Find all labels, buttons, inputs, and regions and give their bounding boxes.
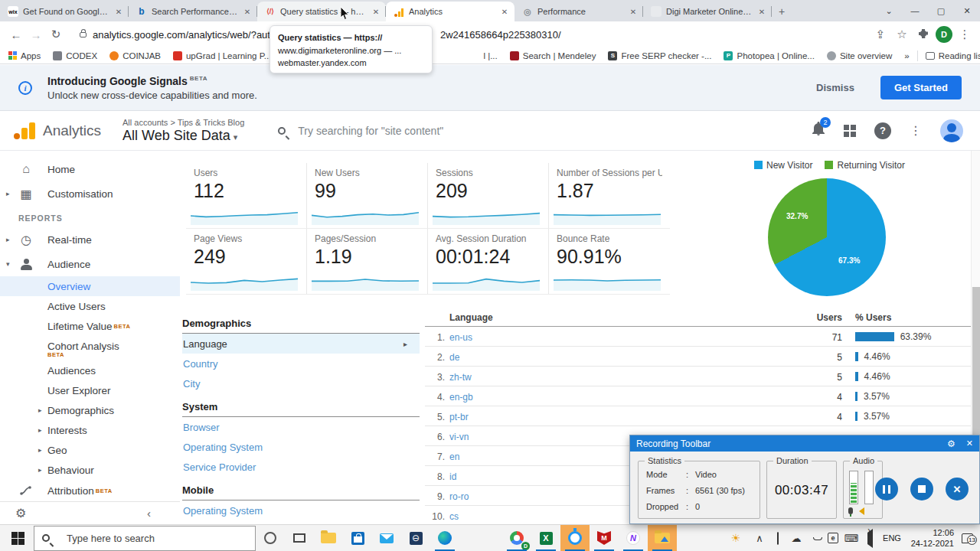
tab-performance[interactable]: Performance ✕ xyxy=(514,2,643,21)
recording-toolbar-window[interactable]: Recording Toolbar ⚙ ✕ Statistics Mode:Vi… xyxy=(629,435,980,524)
tab-close-icon[interactable]: ✕ xyxy=(499,8,510,16)
sidebar-item-overview[interactable]: Overview xyxy=(0,276,180,296)
maximize-icon[interactable]: ▢ xyxy=(928,6,954,16)
taskbar-clock[interactable]: 12:06 24-12-2021 xyxy=(905,527,954,549)
google-apps-icon[interactable] xyxy=(844,125,856,137)
tab-analytics[interactable]: Analytics ✕ xyxy=(386,2,514,21)
property-selector[interactable]: All accounts > Tips & Tricks Blog All We… xyxy=(122,118,244,144)
weather-tray-button[interactable]: ☀ xyxy=(721,525,750,551)
metric-card-avg-session-duration[interactable]: Avg. Session Duration 00:01:24 xyxy=(428,229,549,295)
chrome-button[interactable]: D xyxy=(502,525,531,551)
sidebar-item-interests[interactable]: ▸Interests xyxy=(0,420,180,440)
menu-item-operating-system[interactable]: Operating System xyxy=(182,437,420,457)
action-center-button[interactable]: 13 xyxy=(954,533,980,543)
bookmarks-overflow-icon[interactable]: » xyxy=(904,51,909,60)
expander-icon[interactable]: ▸ xyxy=(38,406,42,414)
metric-card-sessions[interactable]: Sessions 209 xyxy=(428,163,549,229)
scrollbar-thumb[interactable] xyxy=(972,287,980,439)
tab-yandex-query-statistics[interactable]: Query statistics — https://w ✕ xyxy=(257,2,386,21)
language-link[interactable]: zh-tw xyxy=(449,372,472,383)
expander-icon[interactable]: ▸ xyxy=(6,236,10,243)
tab-close-icon[interactable]: ✕ xyxy=(242,8,253,16)
metric-card-new-users[interactable]: New Users 99 xyxy=(307,163,428,229)
cancel-recording-button[interactable]: ✕ xyxy=(946,478,969,500)
language-link[interactable]: vi-vn xyxy=(449,432,469,442)
language-indicator[interactable]: ENG xyxy=(879,533,905,543)
bookmark-codex[interactable]: CODEX xyxy=(53,51,97,60)
microsoft-store-button[interactable] xyxy=(343,525,372,551)
language-link[interactable]: en-us xyxy=(449,332,472,343)
sidebar-item-cohort-analysis[interactable]: Cohort AnalysisBETA xyxy=(0,336,180,356)
sidebar-item-attribution[interactable]: Attribution BETA xyxy=(0,480,180,501)
hidden-icons-chevron[interactable]: ∧ xyxy=(750,533,769,544)
header-kebab-icon[interactable]: ⋮ xyxy=(910,123,922,138)
bookmark-upgrad[interactable]: upGrad | Learning P... xyxy=(173,51,271,60)
metric-card-bounce-rate[interactable]: Bounce Rate 90.91% xyxy=(549,229,670,295)
language-link[interactable]: ro-ro xyxy=(449,491,469,502)
bookmark-mendeley[interactable]: Search | Mendeley xyxy=(510,51,596,60)
sidebar-item-user-explorer[interactable]: User Explorer xyxy=(0,380,180,400)
e-app-tray-icon[interactable] xyxy=(824,533,842,543)
forward-icon[interactable]: → xyxy=(26,28,46,41)
sidebar-item-customisation[interactable]: ▸ ▦ Customisation xyxy=(0,181,180,206)
browser-profile-avatar[interactable]: D xyxy=(936,26,952,43)
reading-list-button[interactable]: Reading list xyxy=(926,51,980,60)
menu-item-browser[interactable]: Browser xyxy=(182,417,420,437)
property-name[interactable]: All Web Site Data▾ xyxy=(122,128,244,144)
bookmark-site-overview[interactable]: Site overview xyxy=(827,51,892,60)
sidebar-collapse-icon[interactable]: ‹ xyxy=(147,507,151,520)
column-header-language[interactable]: Language xyxy=(449,312,493,323)
help-icon[interactable]: ? xyxy=(874,122,891,139)
metric-card-sessions-per-user[interactable]: Number of Sessions per User 1.87 xyxy=(549,163,670,229)
tab-search-icon[interactable]: ⌄ xyxy=(876,6,902,16)
expander-icon[interactable]: ▸ xyxy=(38,466,42,474)
expander-icon[interactable]: ▸ xyxy=(6,190,10,197)
recording-toolbar-titlebar[interactable]: Recording Toolbar ⚙ ✕ xyxy=(630,435,979,452)
column-header-percent-users[interactable]: % Users xyxy=(855,312,891,323)
tab-wix[interactable]: Get Found on Google | Wix ✕ xyxy=(0,2,129,21)
visitor-pie-chart[interactable] xyxy=(768,178,886,296)
sidebar-item-demographics[interactable]: ▸Demographics xyxy=(0,400,180,420)
pinned-app-button[interactable] xyxy=(401,525,430,551)
edge-button[interactable] xyxy=(430,525,459,551)
stop-recording-button[interactable] xyxy=(910,478,933,500)
mail-button[interactable] xyxy=(372,525,401,551)
notifications-button[interactable]: 2 xyxy=(812,122,825,139)
tab-close-icon[interactable]: ✕ xyxy=(371,8,381,16)
toolbar-close-icon[interactable]: ✕ xyxy=(966,439,973,448)
language-link[interactable]: cs xyxy=(449,511,459,522)
sidebar-item-lifetime-value[interactable]: Lifetime ValueBETA xyxy=(0,316,180,336)
metric-card-users[interactable]: Users 112 xyxy=(186,163,307,229)
sidebar-item-behaviour[interactable]: ▸Behaviour xyxy=(0,460,180,480)
extensions-puzzle-icon[interactable] xyxy=(914,28,933,41)
menu-item-mobile-os[interactable]: Operating System xyxy=(182,500,420,520)
tab-close-icon[interactable]: ✕ xyxy=(628,8,639,16)
menu-item-language[interactable]: Language▸ xyxy=(182,334,420,354)
address-bar[interactable]: analytics.google.com/analytics/web/?auth… xyxy=(70,24,867,44)
menu-item-service-provider[interactable]: Service Provider xyxy=(182,457,420,477)
volume-tray-icon[interactable] xyxy=(861,533,879,544)
back-icon[interactable]: ← xyxy=(6,28,26,41)
sidebar-item-active-users[interactable]: Active Users xyxy=(0,296,180,316)
bookmark-serp-checker[interactable]: Free SERP checker -... xyxy=(608,51,711,60)
metric-card-pages-session[interactable]: Pages/Session 1.19 xyxy=(307,229,428,295)
start-button[interactable] xyxy=(6,532,29,545)
settings-gear-icon[interactable]: ⚙ xyxy=(947,439,956,449)
metric-card-page-views[interactable]: Page Views 249 xyxy=(186,229,307,295)
language-link[interactable]: en xyxy=(449,452,459,462)
phone-tray-icon[interactable] xyxy=(769,533,787,544)
share-icon[interactable]: ⇪ xyxy=(871,28,890,41)
file-explorer-button[interactable] xyxy=(314,525,343,551)
cortana-button[interactable] xyxy=(256,525,285,551)
account-avatar[interactable] xyxy=(940,119,963,142)
recorder-folder-button[interactable] xyxy=(648,525,677,551)
tab-digi-marketer[interactable]: Digi Marketer Online | Digi ✕ xyxy=(643,2,772,21)
tab-close-icon[interactable]: ✕ xyxy=(113,8,124,16)
language-link[interactable]: de xyxy=(449,352,459,363)
analytics-search[interactable]: Try searching for "site content" xyxy=(278,125,443,137)
bookmark-photopea[interactable]: Photopea | Online... xyxy=(724,51,814,60)
window-close-icon[interactable]: ✕ xyxy=(954,6,980,16)
sidebar-item-realtime[interactable]: ▸ ◷ Real-time xyxy=(0,227,180,252)
tab-bing[interactable]: Search Performance - Bing ✕ xyxy=(129,2,257,21)
bookmark-apps[interactable]: Apps xyxy=(8,51,41,60)
